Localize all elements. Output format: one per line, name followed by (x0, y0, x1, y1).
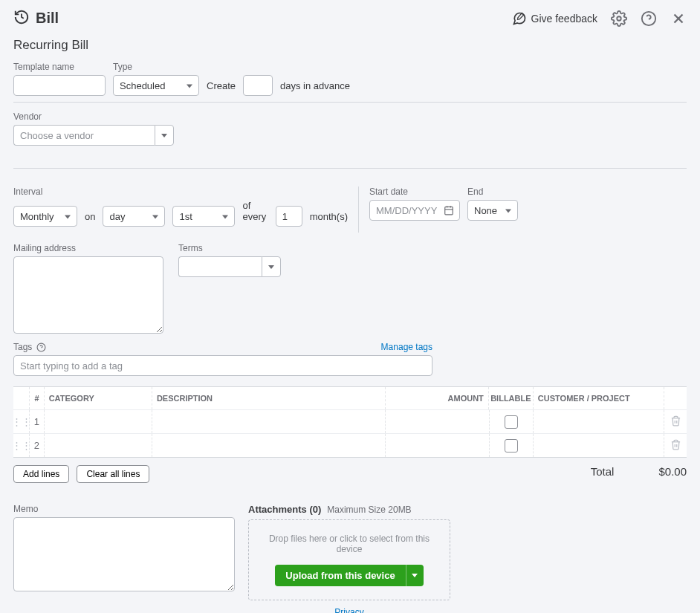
form-title: Recurring Bill (13, 38, 687, 53)
interval-label: Interval (13, 187, 348, 197)
cell-description[interactable] (152, 434, 386, 457)
cell-description[interactable] (152, 410, 386, 433)
start-date-input[interactable] (369, 200, 460, 221)
table-row[interactable]: ⋮⋮ 1 (13, 409, 687, 433)
create-prefix: Create (207, 80, 236, 96)
attachments-max: Maximum Size 20MB (327, 505, 411, 515)
trash-icon[interactable] (670, 439, 681, 453)
attachments-title: Attachments (0) (248, 504, 321, 515)
give-feedback-button[interactable]: Give feedback (512, 11, 598, 26)
end-select[interactable]: None (467, 200, 518, 221)
svg-point-0 (617, 16, 621, 21)
type-select[interactable]: Scheduled (113, 75, 199, 96)
manage-tags-link[interactable]: Manage tags (381, 342, 432, 352)
vendor-dropdown-button[interactable] (155, 125, 174, 146)
start-date-label: Start date (369, 187, 460, 197)
memo-label: Memo (13, 504, 235, 514)
row-num: 1 (30, 410, 45, 433)
attachments-dropzone[interactable]: Drop files here or click to select from … (248, 519, 450, 600)
help-icon[interactable] (641, 10, 657, 27)
cell-amount[interactable] (386, 434, 489, 457)
total-label: Total (591, 465, 615, 478)
close-icon[interactable] (670, 10, 687, 27)
vendor-label: Vendor (13, 111, 687, 122)
upload-button[interactable]: Upload from this device (275, 565, 405, 586)
drag-handle-icon[interactable]: ⋮⋮ (12, 416, 31, 427)
page-header: Bill Give feedback (0, 0, 700, 33)
end-label: End (467, 187, 518, 197)
mailing-label: Mailing address (13, 243, 163, 253)
col-header-description: DESCRIPTION (152, 387, 386, 409)
memo-input[interactable] (13, 517, 235, 591)
interval-freq-select[interactable]: Monthly (13, 206, 77, 227)
interval-num-input[interactable] (276, 206, 302, 227)
billable-checkbox[interactable] (505, 415, 518, 429)
upload-caret-button[interactable] (406, 565, 424, 586)
days-advance-suffix: days in advance (280, 80, 350, 96)
tags-input[interactable] (13, 355, 432, 376)
total-value: $0.00 (658, 465, 687, 478)
history-icon[interactable] (13, 9, 30, 27)
cell-category[interactable] (45, 410, 152, 433)
cell-amount[interactable] (386, 410, 489, 433)
page-title: Bill (36, 10, 59, 27)
terms-input[interactable] (178, 256, 262, 277)
interval-every: of every (242, 200, 268, 227)
interval-unit: month(s) (310, 211, 348, 227)
col-header-billable: BILLABLE (489, 387, 534, 409)
dropzone-text: Drop files here or click to select from … (256, 533, 442, 554)
col-header-amount: AMOUNT (386, 387, 489, 409)
type-label: Type (113, 62, 199, 72)
terms-dropdown-button[interactable] (262, 256, 281, 277)
interval-day-select[interactable]: day (103, 206, 165, 227)
interval-ord-select[interactable]: 1st (172, 206, 235, 227)
cell-customer[interactable] (534, 410, 665, 433)
add-lines-button[interactable]: Add lines (13, 465, 69, 483)
trash-icon[interactable] (670, 415, 681, 429)
col-header-customer: CUSTOMER / PROJECT (534, 387, 665, 409)
col-header-category: CATEGORY (45, 387, 152, 409)
drag-handle-icon[interactable]: ⋮⋮ (12, 440, 31, 451)
days-advance-input[interactable] (243, 75, 273, 96)
cell-customer[interactable] (534, 434, 665, 457)
privacy-link[interactable]: Privacy (334, 607, 363, 613)
billable-checkbox[interactable] (505, 439, 518, 453)
col-header-num: # (30, 387, 45, 409)
feedback-label: Give feedback (531, 13, 598, 25)
template-name-input[interactable] (13, 75, 106, 96)
template-name-label: Template name (13, 62, 106, 72)
mailing-address-input[interactable] (13, 256, 163, 334)
line-items-table: # CATEGORY DESCRIPTION AMOUNT BILLABLE C… (13, 386, 687, 458)
gear-icon[interactable] (611, 10, 627, 27)
row-num: 2 (30, 434, 45, 457)
interval-on: on (85, 211, 95, 227)
tags-label: Tags (13, 342, 32, 352)
vendor-input[interactable] (13, 125, 155, 146)
info-icon[interactable] (36, 343, 46, 352)
table-row[interactable]: ⋮⋮ 2 (13, 433, 687, 457)
clear-lines-button[interactable]: Clear all lines (77, 465, 149, 483)
terms-label: Terms (178, 243, 281, 253)
cell-category[interactable] (45, 434, 152, 457)
